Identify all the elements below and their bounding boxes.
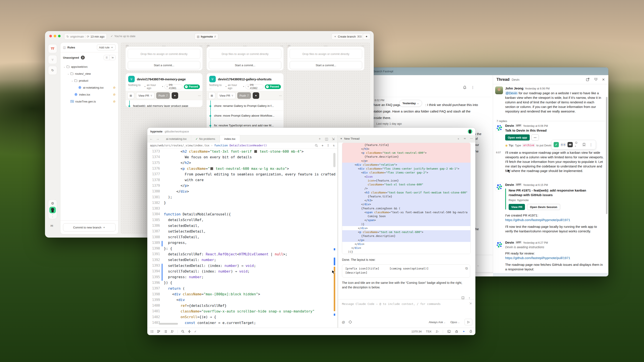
more-icon[interactable]: ⋯ xyxy=(279,94,282,97)
maximize-pane-icon[interactable]: ⇲ xyxy=(332,137,334,141)
code-line[interactable]: 1378 with care xyxy=(147,177,337,183)
avatar[interactable] xyxy=(495,86,503,94)
breadcrumb[interactable]: apps/web/src/routes/_view/index.tsx › fu… xyxy=(147,142,337,149)
ai-actions-button[interactable]: ✦ xyxy=(363,33,370,40)
mail-icon[interactable]: ✉ xyxy=(50,224,53,228)
bell-icon[interactable] xyxy=(463,85,467,89)
add-rule-button[interactable]: Add rule＋ xyxy=(97,44,116,50)
editor-scrollbar[interactable] xyxy=(333,149,336,326)
ai-sparkle-icon[interactable]: ✦ xyxy=(462,330,465,333)
slack-search-bar[interactable]: Search Fastrepl xyxy=(369,67,608,75)
editor-branch-name[interactable]: gitbutler/workspace xyxy=(165,130,189,133)
code-line[interactable]: 1396}) { xyxy=(147,280,337,286)
cursor-icon[interactable]: I xyxy=(327,144,329,147)
code-line[interactable]: 1376 <p className=" text-neutral-600 max… xyxy=(147,166,337,171)
mention[interactable]: @Devin xyxy=(505,91,518,95)
ci-status-badge[interactable]: ✓Passed xyxy=(184,84,200,89)
collaborator-avatar[interactable] xyxy=(468,129,472,134)
symbols-icon[interactable]: ❖ xyxy=(322,144,324,147)
more-icon[interactable]: ⋯ xyxy=(470,137,473,141)
list-check-icon[interactable] xyxy=(594,77,598,82)
scroll-top-icon[interactable]: ↑ xyxy=(468,296,470,300)
close-button[interactable] xyxy=(49,35,52,37)
code-line[interactable]: 1390}: { xyxy=(147,246,337,251)
view-toggle[interactable]: ☰⫶≡ xyxy=(104,55,116,60)
tab-index-tsx[interactable]: index.tsx xyxy=(220,135,240,142)
drop-zone[interactable]: Drop files to assign or commit directly xyxy=(128,49,200,59)
pr-link[interactable]: https://github.com/fastrepl/hyprnote/pul… xyxy=(505,256,570,260)
nav-forward-icon[interactable]: → xyxy=(156,137,160,141)
expand-composer-icon[interactable]: ⇲ xyxy=(469,302,472,305)
branch-name[interactable]: devin/1764380912-gallery-shortcuts xyxy=(218,77,272,81)
sort-icon[interactable]: ⇅ xyxy=(333,144,334,147)
thread-list-icon[interactable]: ≂ xyxy=(464,137,466,141)
git-branch-icon[interactable] xyxy=(157,330,160,333)
tree-folder[interactable]: ⌄apps/web/src xyxy=(60,63,118,70)
tree-folder[interactable]: ⌄product xyxy=(60,77,118,84)
tab-ai-notetaking-tsx[interactable]: ai-notetaking.tsx xyxy=(162,135,191,142)
devin-avatar[interactable] xyxy=(495,183,504,191)
bookmark-icon[interactable] xyxy=(582,142,587,147)
zoom-button[interactable] xyxy=(58,35,60,37)
gitbutler-logo[interactable] xyxy=(48,44,57,53)
tree-file[interactable]: ai-notetaking.tsx⊘ xyxy=(60,84,118,91)
start-commit-button[interactable]: Start a commit... xyxy=(209,61,281,69)
window-controls[interactable] xyxy=(49,35,60,37)
author-name[interactable]: John Jeong xyxy=(505,86,524,90)
more-icon[interactable]: ⋯ xyxy=(198,94,201,97)
push-button[interactable]: Push ⤴ xyxy=(156,92,170,99)
model-dropdown[interactable]: Opus ⌄ xyxy=(450,321,460,324)
author-name[interactable]: Devin xyxy=(505,124,514,127)
list-view-button[interactable]: ☰ xyxy=(104,55,110,60)
code-line[interactable]: 1374 We focus on every bit of details xyxy=(147,154,337,160)
send-button[interactable] xyxy=(464,319,472,325)
bug-icon[interactable] xyxy=(455,330,458,333)
search-icon[interactable] xyxy=(315,144,318,147)
zap-icon[interactable] xyxy=(188,330,191,333)
project-panel-icon[interactable] xyxy=(150,330,154,333)
devin-avatar[interactable] xyxy=(495,241,504,249)
chevron-down-icon[interactable]: ⌄ xyxy=(67,72,70,75)
pr-pill[interactable]: ⑂PR #1981 xyxy=(164,84,182,89)
code-line[interactable]: 1392 selectedDetail: number; xyxy=(147,257,337,263)
kebab-icon[interactable]: ⋮ xyxy=(588,142,594,147)
devin-avatar[interactable] xyxy=(495,124,504,132)
nav-back-icon[interactable]: ← xyxy=(150,137,153,141)
code-line[interactable]: 1403 const container = e.currentTarget; xyxy=(147,320,337,326)
commit-row[interactable]: ◆chore: rename Gallery to Prompt Gallery… xyxy=(207,101,284,110)
branches-view-icon[interactable]: ⑂ xyxy=(48,55,57,64)
tree-file[interactable]: index.tsx⊘ xyxy=(60,91,118,98)
author-name[interactable]: Devin xyxy=(505,241,514,244)
assign-icon[interactable]: ⊞ xyxy=(127,92,134,99)
outline-icon[interactable] xyxy=(164,330,167,333)
code-line[interactable]: 1385 detailsScrollRef, xyxy=(147,217,337,223)
code-line[interactable]: 1398 <div className="max-[800px]:block h… xyxy=(147,291,337,297)
code-line[interactable]: 1400 ref={detailsScrollRef} xyxy=(147,303,337,308)
copy-icon[interactable]: ⧉ xyxy=(466,267,468,270)
pr-link[interactable]: https://github.com/fastrepl/hyprnote/pul… xyxy=(505,218,570,222)
create-branch-button[interactable]: ＋Create branch⌘B xyxy=(331,33,364,40)
code-line[interactable]: 1399 <div xyxy=(147,297,337,303)
view-pr-button[interactable]: View PR xyxy=(509,204,525,210)
tree-view-button[interactable]: ⫶≡ xyxy=(110,55,115,60)
branch-name[interactable]: devin/1764380749-memory-page xyxy=(137,77,186,81)
terminal-icon[interactable] xyxy=(447,330,451,333)
code-line[interactable]: 1382} xyxy=(147,200,337,206)
markdown-icon[interactable]: MD xyxy=(461,296,464,300)
slack-search-input[interactable]: Search Fastrepl xyxy=(373,70,393,73)
ci-status-badge[interactable]: ✓Passed xyxy=(265,84,281,89)
chevron-updown-icon[interactable]: ⌃⌄ xyxy=(52,215,54,217)
split-pane-icon[interactable]: ◫ xyxy=(325,137,328,141)
tab-no-problems[interactable]: ✓No problems xyxy=(191,135,220,142)
open-web-app-button[interactable]: Open web app xyxy=(505,134,530,140)
minimize-button[interactable] xyxy=(54,35,56,37)
diagnostics-check-icon[interactable]: ✓ xyxy=(194,330,197,333)
avatar[interactable] xyxy=(49,207,56,213)
language-mode[interactable]: TSX xyxy=(426,330,432,333)
view-pr-button[interactable]: View PR ⑂ xyxy=(136,92,154,99)
chevron-down-icon[interactable]: ⌄ xyxy=(71,79,74,82)
code-line[interactable]: 1387 setSelectedDetail, xyxy=(147,228,337,234)
start-commit-button[interactable]: Start a commit... xyxy=(128,61,200,69)
code-line[interactable]: 1394 scrollToDetail: (index: number) ⇒ v… xyxy=(147,268,337,274)
code-line[interactable]: 1375 </h2> xyxy=(147,160,337,166)
